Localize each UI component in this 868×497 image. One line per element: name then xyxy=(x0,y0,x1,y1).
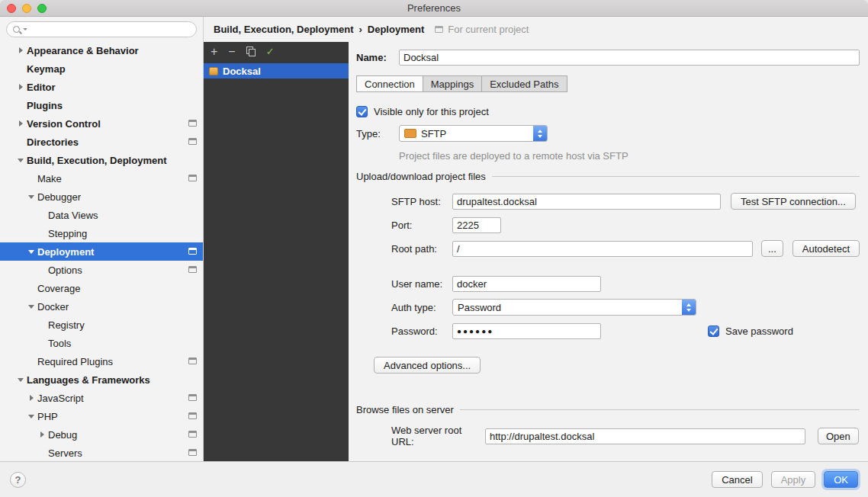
search-options-caret-icon[interactable] xyxy=(23,28,27,30)
copy-server-button[interactable] xyxy=(246,46,256,56)
sidebar-item-docker[interactable]: Docker xyxy=(0,297,203,316)
sidebar-item-label: Stepping xyxy=(48,228,87,239)
browse-root-path-button[interactable]: ... xyxy=(761,240,783,257)
settings-search-box[interactable] xyxy=(6,21,197,37)
password-label: Password: xyxy=(391,325,452,337)
sidebar-item-label: Appearance & Behavior xyxy=(27,45,139,56)
sidebar-item-label: Deployment xyxy=(37,246,94,258)
per-project-settings-icon xyxy=(188,138,197,145)
sidebar-item-label: Registry xyxy=(48,319,85,331)
expand-arrow-icon[interactable] xyxy=(38,431,46,438)
sidebar-item-keymap[interactable]: Keymap xyxy=(0,59,203,78)
for-current-project-icon xyxy=(435,26,443,33)
settings-search-input[interactable] xyxy=(31,22,190,37)
sidebar-item-label: Data Views xyxy=(48,210,98,221)
sidebar-item-version-control[interactable]: Version Control xyxy=(0,114,203,133)
collapse-arrow-icon[interactable] xyxy=(17,378,24,382)
tab-mappings[interactable]: Mappings xyxy=(423,75,482,92)
sidebar-item-label: JavaScript xyxy=(37,393,84,404)
sidebar-item-label: PHP xyxy=(37,411,58,422)
breadcrumb-parent[interactable]: Build, Execution, Deployment xyxy=(214,24,353,35)
sidebar-item-label: Languages & Frameworks xyxy=(27,374,150,386)
sidebar-item-javascript[interactable]: JavaScript xyxy=(0,389,203,407)
sftp-host-input[interactable] xyxy=(452,194,721,210)
zoom-window-button[interactable] xyxy=(37,4,47,13)
port-label: Port: xyxy=(391,220,452,231)
expand-arrow-icon[interactable] xyxy=(17,47,24,53)
settings-tree: Appearance & Behavior Keymap Editor Plug… xyxy=(0,41,203,461)
save-password-checkbox[interactable]: Save password xyxy=(708,325,793,337)
sidebar-item-data-views[interactable]: Data Views xyxy=(0,206,203,224)
sidebar-item-build-execution-deployment[interactable]: Build, Execution, Deployment xyxy=(0,151,203,169)
dropdown-stepper-icon[interactable] xyxy=(533,126,547,141)
per-project-settings-icon xyxy=(188,248,197,255)
sidebar-item-php[interactable]: PHP xyxy=(0,407,203,425)
tab-excluded-paths[interactable]: Excluded Paths xyxy=(481,75,567,92)
visible-only-checkbox[interactable]: Visible only for this project xyxy=(356,106,860,117)
sidebar-item-label: Plugins xyxy=(27,100,63,111)
sidebar-item-directories[interactable]: Directories xyxy=(0,133,203,151)
dropdown-stepper-icon[interactable] xyxy=(682,300,696,315)
collapse-arrow-icon[interactable] xyxy=(27,415,35,418)
expand-arrow-icon[interactable] xyxy=(17,120,24,127)
sidebar-item-registry[interactable]: Registry xyxy=(0,316,203,334)
auth-type-dropdown[interactable]: Password xyxy=(452,299,696,316)
server-name-input[interactable] xyxy=(399,50,860,66)
window-title: Preferences xyxy=(407,2,461,14)
ok-button[interactable]: OK xyxy=(824,471,858,488)
use-as-default-button[interactable]: ✓ xyxy=(266,45,275,59)
sidebar-item-options[interactable]: Options xyxy=(0,261,203,279)
expand-arrow-icon[interactable] xyxy=(27,395,35,401)
sidebar-item-stepping[interactable]: Stepping xyxy=(0,224,203,242)
add-server-button[interactable]: + xyxy=(211,45,217,59)
remove-server-button[interactable]: − xyxy=(228,45,235,59)
type-dropdown[interactable]: SFTP xyxy=(399,125,548,142)
sidebar-item-label: Debug xyxy=(48,429,77,441)
sidebar-item-tools[interactable]: Tools xyxy=(0,334,203,352)
apply-button[interactable]: Apply xyxy=(771,471,816,488)
sidebar-item-deployment[interactable]: Deployment xyxy=(0,242,203,261)
sidebar-item-languages-frameworks[interactable]: Languages & Frameworks xyxy=(0,370,203,389)
test-sftp-connection-button[interactable]: Test SFTP connection... xyxy=(731,193,856,210)
type-value: SFTP xyxy=(421,128,446,139)
advanced-options-button[interactable]: Advanced options... xyxy=(374,357,481,374)
checkbox-icon[interactable] xyxy=(356,106,368,117)
sidebar-item-debugger[interactable]: Debugger xyxy=(0,188,203,206)
minimize-window-button[interactable] xyxy=(22,4,31,13)
tab-connection[interactable]: Connection xyxy=(356,75,423,92)
server-list-toolbar: + − ✓ xyxy=(204,42,349,61)
server-list-item[interactable]: Docksal xyxy=(204,63,349,79)
collapse-arrow-icon[interactable] xyxy=(17,159,24,162)
help-button[interactable]: ? xyxy=(10,472,26,488)
upload-section: Upload/download project files xyxy=(356,171,860,182)
autodetect-button[interactable]: Autodetect xyxy=(792,240,860,257)
section-divider xyxy=(460,409,860,410)
sidebar-item-appearance-behavior[interactable]: Appearance & Behavior xyxy=(0,41,203,59)
user-name-input[interactable] xyxy=(452,276,601,292)
sidebar-item-servers[interactable]: Servers xyxy=(0,444,203,461)
port-input[interactable] xyxy=(452,217,501,233)
web-server-root-url-input[interactable] xyxy=(485,428,805,444)
server-type-icon xyxy=(209,67,218,75)
collapse-arrow-icon[interactable] xyxy=(27,195,35,199)
sidebar-item-make[interactable]: Make xyxy=(0,169,203,188)
sidebar-item-plugins[interactable]: Plugins xyxy=(0,96,203,114)
visible-only-label: Visible only for this project xyxy=(374,106,489,117)
collapse-arrow-icon[interactable] xyxy=(27,250,35,254)
sidebar-item-debug[interactable]: Debug xyxy=(0,425,203,444)
password-input[interactable] xyxy=(452,323,601,339)
root-path-label: Root path: xyxy=(391,243,452,255)
checkbox-icon[interactable] xyxy=(708,325,719,337)
close-window-button[interactable] xyxy=(7,4,16,13)
open-button[interactable]: Open xyxy=(818,428,859,444)
sidebar-item-required-plugins[interactable]: Required Plugins xyxy=(0,352,203,370)
cancel-button[interactable]: Cancel xyxy=(712,471,762,488)
root-path-input[interactable] xyxy=(452,241,753,257)
expand-arrow-icon[interactable] xyxy=(17,84,24,90)
browse-section: Browse files on server xyxy=(356,404,860,415)
sidebar-item-coverage[interactable]: Coverage xyxy=(0,279,203,297)
sidebar-item-label: Make xyxy=(37,173,62,184)
sftp-type-icon xyxy=(404,129,416,138)
collapse-arrow-icon[interactable] xyxy=(27,305,35,309)
sidebar-item-editor[interactable]: Editor xyxy=(0,78,203,96)
